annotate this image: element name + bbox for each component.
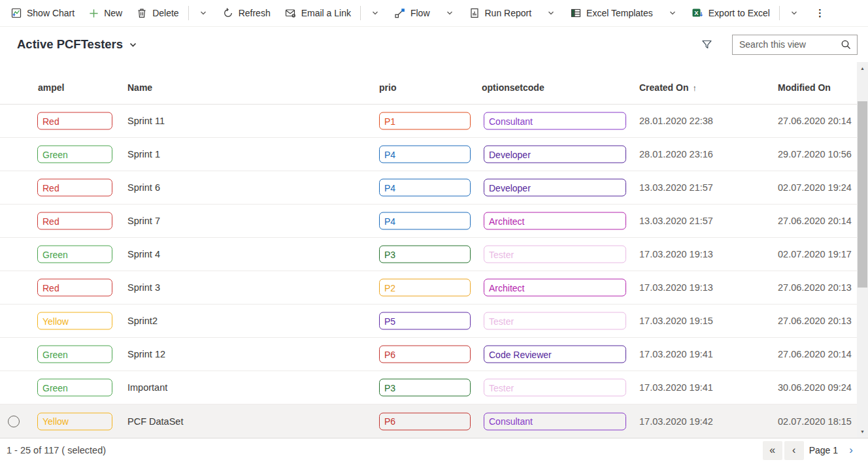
created-on-cell: 13.03.2020 21:57 bbox=[639, 182, 713, 193]
table-row[interactable]: Green Sprint 12 P6 Code Reviewer 17.03.2… bbox=[0, 338, 857, 371]
scrollbar-thumb[interactable] bbox=[858, 101, 867, 288]
ampel-badge[interactable]: Green bbox=[37, 246, 112, 263]
column-header-name[interactable]: Name bbox=[127, 82, 152, 93]
status-bar: 1 - 25 of 117 ( selected) « ‹ Page 1 › bbox=[0, 438, 868, 462]
export-to-excel-button[interactable]: X Export to Excel bbox=[685, 0, 777, 27]
optionset-badge[interactable]: Tester bbox=[484, 246, 626, 263]
refresh-icon bbox=[223, 8, 233, 18]
search-icon[interactable] bbox=[841, 39, 852, 50]
excel-templates-button[interactable]: Excel Templates bbox=[563, 0, 660, 27]
prio-badge[interactable]: P6 bbox=[379, 412, 471, 430]
optionset-badge[interactable]: Developer bbox=[484, 146, 626, 163]
grid-header: ampel Name prio optionsetcode Created On… bbox=[0, 62, 857, 105]
name-cell[interactable]: PCF DataSet bbox=[127, 416, 183, 427]
filter-button[interactable] bbox=[697, 35, 716, 54]
excel-templates-icon bbox=[571, 8, 581, 18]
name-cell[interactable]: Sprint 12 bbox=[127, 349, 165, 359]
prio-badge[interactable]: P4 bbox=[379, 212, 471, 230]
prio-badge[interactable]: P3 bbox=[379, 246, 471, 263]
ampel-badge[interactable]: Green bbox=[37, 146, 112, 163]
name-cell[interactable]: Important bbox=[127, 382, 167, 393]
table-row[interactable]: Green Sprint 4 P3 Tester 17.03.2020 19:1… bbox=[0, 238, 857, 271]
search-box[interactable] bbox=[732, 35, 858, 55]
table-row[interactable]: Red Sprint 7 P4 Architect 13.03.2020 21:… bbox=[0, 205, 857, 238]
column-header-created-on[interactable]: Created On ↑ bbox=[639, 82, 697, 93]
prio-badge[interactable]: P2 bbox=[379, 279, 471, 297]
name-cell[interactable]: Sprint 11 bbox=[127, 116, 165, 126]
prio-badge[interactable]: P6 bbox=[379, 346, 471, 363]
prio-badge[interactable]: P1 bbox=[379, 112, 471, 130]
first-page-button[interactable]: « bbox=[763, 441, 782, 460]
ampel-badge[interactable]: Green bbox=[37, 379, 112, 397]
name-cell[interactable]: Sprint 4 bbox=[127, 249, 160, 259]
chevron-down-icon bbox=[129, 41, 137, 49]
column-header-modified-on[interactable]: Modified On bbox=[778, 82, 831, 93]
table-row[interactable]: Red Sprint 11 P1 Consultant 28.01.2020 2… bbox=[0, 105, 857, 138]
optionset-badge[interactable]: Tester bbox=[484, 379, 626, 397]
ampel-badge[interactable]: Yellow bbox=[37, 312, 112, 330]
flow-menu-chevron[interactable] bbox=[437, 0, 462, 27]
column-header-prio[interactable]: prio bbox=[379, 82, 396, 93]
ampel-badge[interactable]: Red bbox=[37, 112, 112, 130]
optionset-badge[interactable]: Consultant bbox=[484, 112, 626, 130]
overflow-chevron-button[interactable] bbox=[363, 0, 388, 27]
run-report-button[interactable]: Run Report bbox=[462, 0, 539, 27]
next-page-button[interactable]: › bbox=[843, 441, 859, 460]
command-bar: Show Chart New Delete bbox=[0, 0, 868, 27]
optionset-badge[interactable]: Code Reviewer bbox=[484, 346, 626, 363]
ampel-badge[interactable]: Red bbox=[37, 179, 112, 197]
previous-page-button[interactable]: ‹ bbox=[784, 441, 804, 460]
name-cell[interactable]: Sprint 6 bbox=[127, 182, 160, 193]
first-page-icon: « bbox=[769, 444, 775, 456]
plus-icon bbox=[89, 8, 99, 18]
table-row[interactable]: Yellow Sprint2 P5 Tester 17.03.2020 19:1… bbox=[0, 305, 857, 338]
ampel-badge[interactable]: Green bbox=[37, 346, 112, 363]
table-row[interactable]: Green Important P3 Tester 17.03.2020 19:… bbox=[0, 371, 857, 404]
name-cell[interactable]: Sprint 3 bbox=[127, 282, 160, 293]
scroll-down-button[interactable]: ▼ bbox=[857, 427, 868, 436]
name-cell[interactable]: Sprint2 bbox=[127, 316, 158, 326]
show-chart-button[interactable]: Show Chart bbox=[4, 0, 82, 27]
vertical-scrollbar[interactable]: ▲ ▼ bbox=[857, 62, 868, 438]
name-cell[interactable]: Sprint 1 bbox=[127, 149, 160, 159]
toolbar-divider bbox=[779, 6, 780, 20]
optionset-badge[interactable]: Consultant bbox=[484, 412, 626, 430]
new-button[interactable]: New bbox=[82, 0, 129, 27]
toolbar-divider bbox=[188, 6, 189, 20]
optionset-badge[interactable]: Architect bbox=[484, 212, 626, 230]
table-row[interactable]: Green Sprint 1 P4 Developer 28.01.2020 2… bbox=[0, 138, 857, 171]
column-header-ampel[interactable]: ampel bbox=[38, 82, 64, 93]
excel-templates-menu-chevron[interactable] bbox=[660, 0, 685, 27]
optionset-badge[interactable]: Developer bbox=[484, 179, 626, 197]
flow-button[interactable]: Flow bbox=[388, 0, 437, 27]
flow-icon bbox=[395, 8, 405, 18]
ampel-badge[interactable]: Red bbox=[37, 212, 112, 230]
created-on-cell: 17.03.2020 19:42 bbox=[639, 416, 713, 427]
search-input[interactable] bbox=[739, 39, 841, 50]
overflow-chevron-button[interactable] bbox=[191, 0, 216, 27]
table-row[interactable]: Red Sprint 6 P4 Developer 13.03.2020 21:… bbox=[0, 171, 857, 205]
overflow-chevron-button[interactable] bbox=[782, 0, 807, 27]
refresh-button[interactable]: Refresh bbox=[216, 0, 278, 27]
prio-badge[interactable]: P4 bbox=[379, 179, 471, 197]
optionset-badge[interactable]: Tester bbox=[484, 312, 626, 330]
chevron-down-icon bbox=[668, 8, 677, 18]
row-select-radio[interactable] bbox=[8, 416, 20, 427]
view-selector[interactable]: Active PCFTesters bbox=[17, 37, 137, 52]
more-commands-button[interactable]: ⋮ bbox=[807, 7, 833, 19]
ampel-badge[interactable]: Yellow bbox=[37, 412, 112, 430]
prio-badge[interactable]: P5 bbox=[379, 312, 471, 330]
email-link-button[interactable]: Email a Link bbox=[278, 0, 358, 27]
table-row[interactable]: Red Sprint 3 P2 Architect 17.03.2020 19:… bbox=[0, 271, 857, 305]
ampel-badge[interactable]: Red bbox=[37, 279, 112, 297]
scroll-up-button[interactable]: ▲ bbox=[857, 64, 868, 73]
prio-badge[interactable]: P4 bbox=[379, 146, 471, 163]
column-header-optionsetcode[interactable]: optionsetcode bbox=[482, 82, 544, 93]
name-cell[interactable]: Sprint 7 bbox=[127, 216, 160, 226]
prio-badge[interactable]: P3 bbox=[379, 379, 471, 397]
table-row-highlighted[interactable]: Yellow PCF DataSet P6 Consultant 17.03.2… bbox=[0, 404, 857, 438]
svg-text:X: X bbox=[694, 9, 699, 16]
optionset-badge[interactable]: Architect bbox=[484, 279, 626, 297]
run-report-menu-chevron[interactable] bbox=[539, 0, 563, 27]
delete-button[interactable]: Delete bbox=[129, 0, 186, 27]
